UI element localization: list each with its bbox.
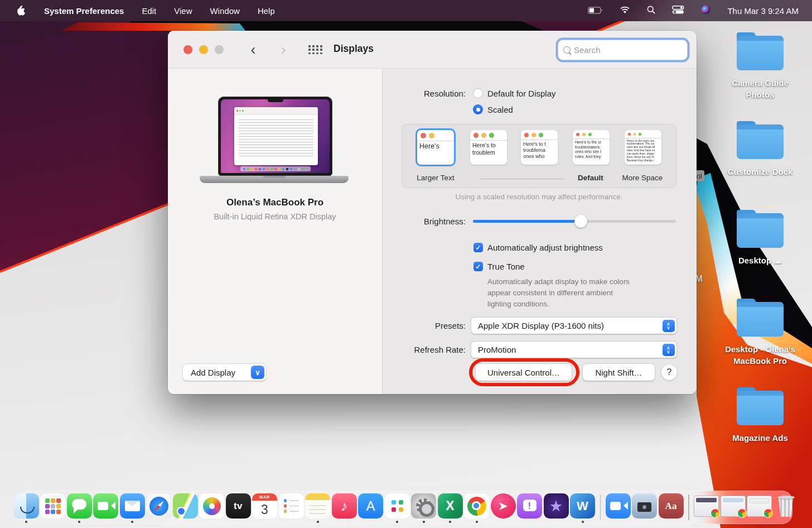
trash-icon[interactable] [774, 493, 799, 519]
scaled-option-thumbnail[interactable]: Here's to the crazy onetroublemakers. Th… [625, 130, 661, 165]
app-store-icon[interactable]: A [358, 493, 383, 519]
apple-tv-icon[interactable]: tv [226, 493, 251, 519]
minimize-button[interactable] [199, 45, 208, 54]
checkbox-row: ✓True Tone [473, 262, 525, 271]
universal-control-button[interactable]: Universal Control… [476, 364, 572, 381]
dock-item: ★ [544, 493, 569, 522]
help-button[interactable]: ? [661, 364, 677, 380]
running-indicator [78, 521, 80, 523]
displays-window: ‹ › Displays Olena’s MacBook Pro Built-i… [168, 31, 697, 394]
launchpad-icon[interactable] [40, 493, 65, 519]
chrome-icon[interactable] [464, 493, 489, 519]
search-field[interactable] [558, 40, 688, 60]
show-all-grid-icon[interactable] [308, 45, 323, 55]
menu-item-system-preferences[interactable]: System Preferences [44, 6, 124, 16]
music-icon[interactable]: ♪ [332, 493, 357, 519]
desktop-folder[interactable]: Customize Dock [718, 124, 802, 177]
word-icon[interactable]: W [570, 493, 595, 519]
menu-item-edit[interactable]: Edit [142, 6, 156, 16]
safari-icon[interactable] [146, 493, 171, 519]
resolution-radio-scaled[interactable] [473, 104, 483, 114]
scaled-option-thumbnail[interactable]: Here’s totroublem [470, 130, 507, 165]
wifi-icon[interactable] [620, 6, 630, 16]
zoom-icon[interactable] [606, 493, 631, 519]
checkbox-automatically-adjust-brightness[interactable]: ✓ [473, 243, 483, 252]
scale-ruler-line [480, 179, 564, 179]
slack-icon[interactable] [385, 493, 410, 519]
minimized-chrome-window[interactable] [721, 496, 746, 517]
menu-item-window[interactable]: Window [210, 6, 240, 16]
resolution-radio-default-for-display[interactable] [473, 88, 483, 98]
dock-item [747, 493, 772, 522]
scaled-option-label: More Space [612, 174, 673, 182]
siri-icon[interactable] [701, 5, 710, 16]
search-input[interactable] [574, 45, 685, 55]
dock-item [774, 493, 799, 522]
icloud-icon: ☁ [774, 256, 782, 265]
presets-select[interactable]: Apple XDR Display (P3-1600 nits) ∧∨ [471, 318, 676, 334]
checkbox-true-tone[interactable]: ✓ [473, 262, 483, 271]
battery-icon[interactable] [588, 6, 603, 16]
menu-clock[interactable]: Thu Mar 3 9:24 AM [727, 6, 799, 16]
close-button[interactable] [183, 45, 192, 54]
brightness-knob[interactable] [574, 215, 587, 228]
control-center-icon[interactable] [672, 6, 684, 16]
dock-item [93, 493, 118, 522]
refresh-rate-select[interactable]: ProMotion ∧∨ [471, 342, 676, 358]
macbook-base [200, 176, 349, 183]
folder-label: Camera Guide Photos [718, 77, 802, 100]
dictionary-icon[interactable]: Aa [659, 493, 684, 519]
photo-booth-icon[interactable] [632, 493, 657, 519]
desktop-folder[interactable]: Desktop - Olena’s MacBook Pro [718, 302, 802, 367]
skitch-icon[interactable]: ➤ [491, 493, 516, 519]
checkbox-label: Automatically adjust brightness [487, 243, 603, 252]
night-shift-button[interactable]: Night Shift… [583, 364, 655, 381]
display-preview [218, 97, 332, 176]
running-indicator [449, 521, 451, 523]
search-icon [563, 46, 571, 54]
desktop-folder[interactable]: Magazine Ads [718, 391, 802, 444]
running-indicator [25, 521, 27, 523]
forward-button[interactable]: › [275, 41, 292, 59]
finder-icon[interactable] [14, 493, 39, 519]
excel-icon[interactable]: X [438, 493, 463, 519]
presets-label: Presets: [365, 321, 466, 330]
brightness-slider[interactable] [473, 220, 676, 223]
photos-icon[interactable] [199, 493, 224, 519]
folder-icon [737, 213, 784, 248]
mail-icon[interactable] [120, 493, 145, 519]
minimized-chrome-window[interactable] [694, 496, 719, 517]
menu-item-help[interactable]: Help [258, 6, 275, 16]
minimized-chrome-window[interactable] [747, 496, 772, 517]
apple-menu-icon[interactable] [17, 5, 26, 16]
running-indicator [476, 521, 478, 523]
menu-item-view[interactable]: View [174, 6, 192, 16]
system-preferences-icon[interactable] [411, 493, 436, 519]
imovie-icon[interactable]: ★ [544, 493, 569, 519]
desktop-folder[interactable]: Desktop☁ [718, 213, 802, 266]
zoom-button[interactable] [215, 45, 224, 54]
calendar-icon[interactable]: MAR3 [252, 493, 277, 519]
spotlight-search-icon[interactable] [647, 6, 655, 16]
running-indicator [582, 521, 584, 523]
add-display-button[interactable]: Add Display ∨ [183, 364, 266, 381]
dock-item: tv [226, 493, 251, 522]
chevron-down-icon[interactable]: ∨ [251, 366, 264, 379]
checkbox-label: True Tone [487, 262, 525, 271]
facetime-icon[interactable] [93, 493, 118, 519]
notes-icon[interactable] [305, 493, 330, 519]
folder-label: Magazine Ads [732, 432, 787, 444]
scaled-option-thumbnail[interactable]: Here’s to ttroublemaones who [521, 130, 558, 165]
dock-item [146, 493, 171, 522]
reminders-icon[interactable] [279, 493, 304, 519]
scaled-option-thumbnail[interactable]: Here's to the crtroublemakers.ones who s… [573, 130, 610, 165]
back-button[interactable]: ‹ [245, 41, 262, 59]
scaled-option-thumbnail[interactable]: Here’s [417, 130, 454, 165]
dock-item: X [438, 493, 463, 522]
scaled-footnote: Using a scaled resolution may affect per… [402, 193, 676, 201]
brightness-label: Brightness: [365, 217, 466, 226]
maps-icon[interactable] [173, 493, 198, 519]
messages-icon[interactable] [67, 493, 92, 519]
alert-bubble-app-icon[interactable]: ! [517, 493, 542, 519]
desktop-folder[interactable]: Camera Guide Photos [718, 36, 802, 100]
